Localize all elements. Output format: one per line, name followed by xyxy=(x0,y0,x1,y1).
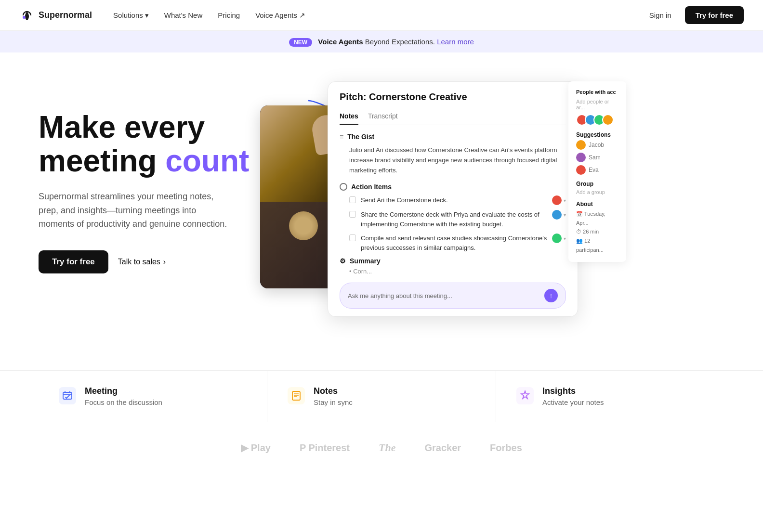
about-label: About xyxy=(576,201,618,208)
feature-notes-icon xyxy=(287,386,306,405)
suggestion-name-jacob: Jacob xyxy=(589,142,604,148)
logo-play: ▶ Play xyxy=(241,442,271,454)
gist-text: Julio and Ari discussed how Cornerstone … xyxy=(340,145,566,175)
hero-description: Supernormal streamlines your meeting not… xyxy=(39,190,231,231)
feature-insights-icon xyxy=(515,386,535,405)
notes-panel-title: Pitch: Cornerstone Creative xyxy=(340,91,566,103)
demo-wrapper: Supernormal 18:23 Taking notes in Englis… xyxy=(260,81,597,293)
action-chevron-3: ▾ xyxy=(564,236,566,241)
nav-try-free-button[interactable]: Try for free xyxy=(685,6,744,24)
feature-notes-desc: Stay in sync xyxy=(314,398,353,406)
feature-notes[interactable]: Notes Stay in sync xyxy=(267,371,496,422)
feature-meeting-content: Meeting Focus on the discussion xyxy=(85,386,162,406)
hero-try-free-button[interactable]: Try for free xyxy=(39,250,108,273)
nav-pricing[interactable]: Pricing xyxy=(212,8,246,22)
action-checkbox-3[interactable] xyxy=(349,234,356,241)
ai-send-icon: ↑ xyxy=(550,292,553,299)
add-people-label: Add people or ar... xyxy=(576,99,618,110)
sign-in-button[interactable]: Sign in xyxy=(642,7,679,23)
action-items-header: Action Items xyxy=(340,183,566,191)
nav-right: Sign in Try for free xyxy=(642,6,744,24)
suggestion-name-sam: Sam xyxy=(589,154,601,161)
suggestion-avatar-eva xyxy=(576,165,586,175)
suggestion-avatar-sam xyxy=(576,153,586,162)
hero-actions: Try for free Talk to sales › xyxy=(39,250,270,273)
feature-notes-content: Notes Stay in sync xyxy=(314,386,353,406)
suggestion-name-eva: Eva xyxy=(589,167,599,173)
tab-notes[interactable]: Notes xyxy=(340,108,358,125)
feature-insights-content: Insights Activate your notes xyxy=(542,386,604,406)
nav-left: Supernormal Solutions ▾ What's New Prici… xyxy=(19,8,311,23)
feature-insights-desc: Activate your notes xyxy=(542,398,604,406)
action-avatar-2 xyxy=(552,210,562,220)
logo-bar: ▶ Play P Pinterest The Gracker Forbes xyxy=(0,422,763,473)
navigation: Supernormal Solutions ▾ What's New Prici… xyxy=(0,0,763,31)
feature-notes-title: Notes xyxy=(314,386,353,396)
chevron-right-icon: › xyxy=(163,258,166,266)
action-text-1: Send Ari the Cornerstone deck. xyxy=(361,195,547,205)
nav-whats-new[interactable]: What's New xyxy=(158,8,209,22)
logo-text: Supernormal xyxy=(39,10,92,20)
hero-content: Make every meeting count Supernormal str… xyxy=(39,91,270,273)
hero-section: Make every meeting count Supernormal str… xyxy=(0,52,763,341)
nav-voice-agents[interactable]: Voice Agents ↗ xyxy=(250,8,311,23)
people-title: People with acc xyxy=(576,89,618,95)
logo-pinterest: P Pinterest xyxy=(300,442,350,454)
hero-talk-sales-button[interactable]: Talk to sales › xyxy=(118,258,166,266)
svg-rect-5 xyxy=(516,387,534,404)
chevron-down-icon: ▾ xyxy=(145,11,149,20)
suggestion-avatar-jacob xyxy=(576,140,586,150)
avatar-4 xyxy=(602,114,614,126)
person-face-deco xyxy=(289,211,318,240)
action-checkbox-2[interactable] xyxy=(349,211,356,218)
group-label: Group xyxy=(576,181,618,187)
ai-send-button[interactable]: ↑ xyxy=(544,289,558,302)
add-group-label: Add a group xyxy=(576,189,618,195)
notes-panel-header: Pitch: Cornerstone Creative Notes Transc… xyxy=(328,82,578,125)
action-chevron-2: ▾ xyxy=(564,212,566,218)
logo-icon xyxy=(19,8,35,23)
feature-meeting-title: Meeting xyxy=(85,386,162,396)
hero-demo: Supernormal 18:23 Taking notes in Englis… xyxy=(260,91,724,293)
suggestions-label: Suggestions xyxy=(576,131,618,138)
feature-insights-title: Insights xyxy=(542,386,604,396)
action-text-3: Compile and send relevant case studies s… xyxy=(361,234,547,252)
action-checkbox-1[interactable] xyxy=(349,196,356,203)
avatar-stack xyxy=(576,114,618,126)
action-item-1: Send Ari the Cornerstone deck. ▾ xyxy=(340,195,566,205)
announcement-banner: NEW Voice Agents Beyond Expectations. Le… xyxy=(0,31,763,52)
logo-the: The xyxy=(379,441,395,454)
action-item-2: Share the Cornerstone deck with Priya an… xyxy=(340,210,566,229)
summary-header: ⚙ Summary xyxy=(340,257,566,265)
tab-transcript[interactable]: Transcript xyxy=(368,108,398,125)
feature-meeting-icon xyxy=(58,386,77,405)
gist-label: The Gist xyxy=(347,133,374,141)
ai-input-row: Ask me anything about this meeting... ↑ xyxy=(340,283,566,309)
summary-icon: ⚙ xyxy=(340,257,346,265)
about-content: 📅 Tuesday, Apr...⏱ 26 min👥 12 participan… xyxy=(576,209,618,254)
new-badge: NEW xyxy=(289,38,312,47)
feature-meeting[interactable]: Meeting Focus on the discussion xyxy=(39,371,267,422)
svg-rect-3 xyxy=(288,387,305,404)
summary-section: ⚙ Summary • Corn... xyxy=(340,257,566,275)
nav-solutions[interactable]: Solutions ▾ xyxy=(107,8,155,23)
svg-rect-1 xyxy=(59,387,76,404)
action-text-2: Share the Cornerstone deck with Priya an… xyxy=(361,210,547,229)
hero-title: Make every meeting count xyxy=(39,110,270,178)
action-chevron-1: ▾ xyxy=(564,198,566,203)
people-sidebar: People with acc Add people or ar... Sugg… xyxy=(568,81,626,262)
feature-meeting-desc: Focus on the discussion xyxy=(85,398,162,406)
banner-learn-more-link[interactable]: Learn more xyxy=(437,38,474,46)
notes-tabs: Notes Transcript xyxy=(340,108,566,125)
logo-gracker: Gracker xyxy=(424,442,461,454)
action-items-icon xyxy=(340,183,347,191)
feature-insights[interactable]: Insights Activate your notes xyxy=(496,371,724,422)
gist-section-header: ≡ The Gist xyxy=(340,133,566,141)
notes-body: ≡ The Gist Julio and Ari discussed how C… xyxy=(328,125,578,283)
svg-point-0 xyxy=(23,16,26,19)
gist-icon: ≡ xyxy=(340,133,343,141)
logo[interactable]: Supernormal xyxy=(19,8,92,23)
hero-title-accent: count xyxy=(165,143,249,178)
action-item-3: Compile and send relevant case studies s… xyxy=(340,234,566,252)
summary-text: • Corn... xyxy=(340,268,566,275)
